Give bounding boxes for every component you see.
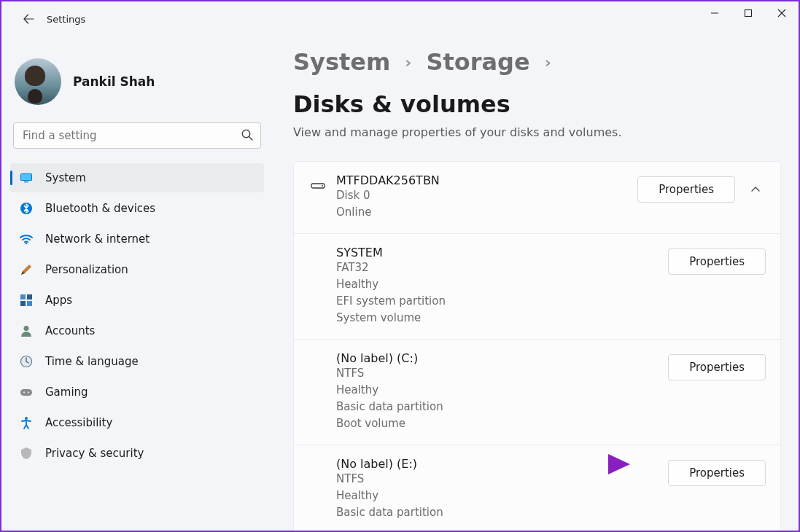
volume-line: Healthy	[336, 382, 668, 399]
chevron-right-icon: ›	[545, 53, 551, 71]
sidebar-item-label: Apps	[45, 294, 72, 307]
svg-rect-10	[27, 301, 32, 306]
volume-row[interactable]: (No label) (E:) NTFS Healthy Basic data …	[294, 445, 780, 531]
sidebar-item-label: Time & language	[45, 355, 139, 368]
volume-title: (No label) (E:)	[336, 457, 668, 471]
sidebar-item-label: Personalization	[45, 263, 128, 276]
maximize-button[interactable]	[731, 1, 765, 25]
breadcrumb-system[interactable]: System	[293, 48, 390, 76]
sidebar-item-apps[interactable]: Apps	[10, 286, 264, 315]
close-icon	[777, 9, 786, 17]
clock-icon	[19, 354, 34, 369]
properties-button[interactable]: Properties	[637, 176, 735, 203]
chevron-right-icon: ›	[405, 53, 411, 71]
search-wrap	[13, 122, 261, 149]
volume-line: NTFS	[336, 365, 668, 382]
volume-title: (No label) (C:)	[336, 351, 668, 365]
volume-row[interactable]: (No label) (C:) NTFS Healthy Basic data …	[294, 339, 780, 445]
sidebar-item-label: Bluetooth & devices	[45, 202, 155, 215]
disk-title: MTFDDAK256TBN	[336, 173, 637, 187]
window-controls	[698, 1, 799, 25]
sidebar-item-personalization[interactable]: Personalization	[10, 255, 264, 284]
breadcrumb: System › Storage › Disks & volumes	[293, 48, 781, 118]
disk-line: Disk 0	[336, 187, 637, 204]
svg-point-15	[28, 391, 29, 393]
sidebar-item-network[interactable]: Network & internet	[10, 224, 264, 254]
svg-rect-4	[24, 181, 28, 182]
user-profile[interactable]: Pankil Shah	[10, 54, 264, 117]
maximize-icon	[744, 9, 753, 17]
close-button[interactable]	[765, 1, 799, 25]
avatar	[15, 58, 61, 105]
volume-line: Boot volume	[336, 415, 668, 432]
person-icon	[19, 324, 34, 338]
app-title: Settings	[47, 14, 85, 25]
minimize-icon	[710, 9, 719, 17]
properties-button[interactable]: Properties	[668, 249, 766, 275]
svg-rect-3	[21, 174, 31, 180]
svg-point-14	[23, 391, 25, 393]
svg-rect-0	[745, 10, 752, 17]
accessibility-icon	[19, 415, 34, 430]
sidebar-item-label: Accounts	[45, 324, 95, 337]
volume-line: FAT32	[336, 259, 668, 276]
sidebar-item-label: Privacy & security	[45, 447, 144, 460]
breadcrumb-current: Disks & volumes	[293, 90, 510, 118]
properties-button[interactable]: Properties	[668, 354, 766, 380]
minimize-button[interactable]	[698, 1, 731, 25]
sidebar-item-gaming[interactable]: Gaming	[10, 378, 264, 407]
search-input[interactable]	[13, 122, 261, 149]
sidebar: Pankil Shah System Bluetooth & devices N…	[1, 36, 273, 531]
svg-point-18	[322, 185, 323, 187]
volume-row[interactable]: SYSTEM FAT32 Healthy EFI system partitio…	[294, 233, 780, 339]
svg-rect-13	[20, 389, 32, 396]
properties-button[interactable]: Properties	[668, 460, 766, 486]
paintbrush-icon	[19, 262, 34, 277]
volume-line: Basic data partition	[336, 504, 668, 521]
volume-line: EFI system partition	[336, 293, 668, 310]
svg-rect-7	[20, 294, 26, 300]
volume-line: Healthy	[336, 276, 668, 293]
arrow-left-icon	[23, 13, 34, 25]
gamepad-icon	[19, 385, 34, 399]
sidebar-item-accounts[interactable]: Accounts	[10, 316, 264, 345]
disk-row[interactable]: MTFDDAK256TBN Disk 0 Online Properties	[294, 162, 780, 233]
chevron-up-icon	[750, 184, 761, 195]
shield-icon	[19, 446, 34, 461]
breadcrumb-storage[interactable]: Storage	[426, 48, 529, 76]
sidebar-item-label: Network & internet	[45, 232, 149, 246]
page-subtitle: View and manage properties of your disks…	[293, 125, 781, 139]
monitor-icon	[19, 171, 34, 185]
svg-rect-8	[27, 294, 32, 300]
nav-list: System Bluetooth & devices Network & int…	[10, 163, 264, 468]
bluetooth-icon	[19, 201, 34, 216]
user-name: Pankil Shah	[73, 74, 155, 89]
disk-icon	[310, 173, 336, 194]
apps-icon	[19, 293, 34, 308]
sidebar-item-bluetooth[interactable]: Bluetooth & devices	[10, 194, 264, 223]
sidebar-item-label: System	[45, 171, 86, 184]
volume-title: SYSTEM	[336, 246, 668, 259]
sidebar-item-privacy[interactable]: Privacy & security	[10, 439, 264, 468]
sidebar-item-accessibility[interactable]: Accessibility	[10, 408, 264, 437]
volume-line: System volume	[336, 310, 668, 326]
collapse-button[interactable]	[745, 179, 766, 200]
volume-line: Healthy	[336, 488, 668, 504]
sidebar-item-label: Gaming	[45, 386, 88, 399]
sidebar-item-label: Accessibility	[45, 416, 112, 429]
volume-line: NTFS	[336, 471, 668, 488]
title-bar: Settings	[1, 1, 799, 36]
back-button[interactable]	[15, 5, 42, 33]
main-content: System › Storage › Disks & volumes View …	[273, 36, 799, 531]
disks-card: MTFDDAK256TBN Disk 0 Online Properties S…	[293, 161, 781, 531]
volume-line: Basic data partition	[336, 399, 668, 415]
svg-point-11	[24, 326, 29, 331]
svg-point-6	[26, 243, 28, 245]
svg-point-16	[25, 417, 28, 420]
sidebar-item-system[interactable]: System	[10, 163, 264, 192]
wifi-icon	[19, 232, 34, 246]
sidebar-item-time[interactable]: Time & language	[10, 347, 264, 376]
disk-line: Online	[336, 204, 637, 221]
svg-rect-9	[20, 301, 26, 306]
